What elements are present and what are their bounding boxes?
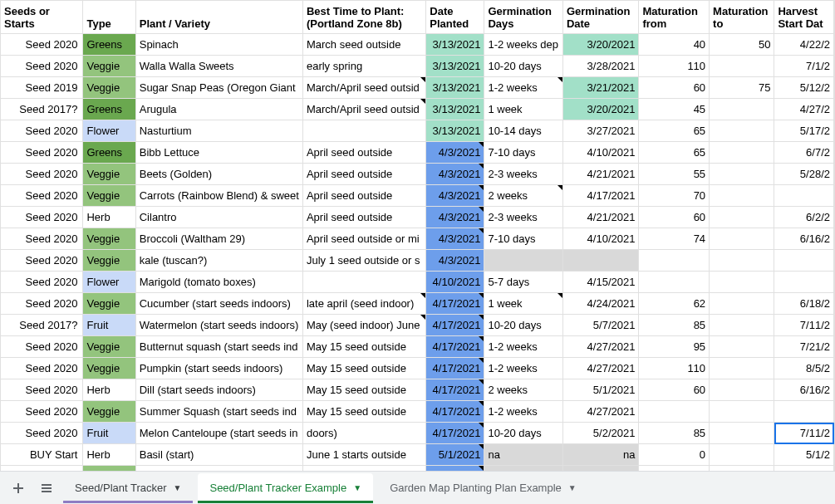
cell-seeds[interactable]: Seed 2017? <box>1 99 83 120</box>
cell-germ-days[interactable]: 1-2 weeks <box>484 401 562 423</box>
cell-mat-to[interactable] <box>710 228 774 250</box>
cell-best-time[interactable]: April seed outside <box>302 185 425 207</box>
cell-best-time[interactable]: April seed outside or mi <box>302 228 425 250</box>
cell-mat-from[interactable]: 85 <box>639 423 710 444</box>
cell-mat-from[interactable]: 95 <box>639 336 710 358</box>
cell-mat-from[interactable]: 110 <box>639 358 710 379</box>
cell-mat-from[interactable]: 40 <box>639 34 710 56</box>
cell-type[interactable]: Greens <box>83 34 135 56</box>
cell-type[interactable]: Herb <box>83 444 135 466</box>
cell-germ-date[interactable]: 4/27/2021 <box>562 401 639 423</box>
cell-seeds[interactable]: Seed 2020 <box>1 56 83 77</box>
cell-best-time[interactable]: May 15 seed outside <box>302 401 425 423</box>
cell-germ-days[interactable]: na <box>484 444 562 466</box>
cell-plant[interactable]: Summer Squash (start seeds ind <box>135 401 302 423</box>
cell-harvest-start[interactable]: 6/18/2 <box>774 293 834 315</box>
cell-seeds[interactable]: Seed 2020 <box>1 34 83 56</box>
cell-seeds[interactable]: Seed 2020 <box>1 228 83 250</box>
cell-germ-date[interactable]: na <box>562 444 639 466</box>
cell-harvest-start[interactable] <box>774 272 834 293</box>
cell-best-time[interactable]: March seed outside <box>302 34 425 56</box>
cell-mat-to[interactable] <box>710 444 774 466</box>
cell-germ-date[interactable]: 4/10/2021 <box>562 228 639 250</box>
cell-germ-days[interactable]: 7-10 days <box>484 228 562 250</box>
cell-seeds[interactable]: Seed 2020 <box>1 336 83 358</box>
cell-germ-date[interactable] <box>562 250 639 272</box>
col-header[interactable]: Plant / Variety <box>135 1 302 34</box>
cell-type[interactable]: Herb <box>83 379 135 401</box>
cell-mat-from[interactable]: 60 <box>639 207 710 228</box>
cell-seeds[interactable]: Seed 2020 <box>1 293 83 315</box>
cell-mat-from[interactable]: 60 <box>639 77 710 99</box>
col-header[interactable]: Best Time to Plant: (Portland Zone 8b) <box>302 1 425 34</box>
cell-best-time[interactable]: late april (seed indoor) <box>302 293 425 315</box>
col-header[interactable]: Germination Days <box>484 1 562 34</box>
cell-mat-from[interactable]: 70 <box>639 185 710 207</box>
cell-germ-days[interactable]: 7-10 days <box>484 142 562 164</box>
cell-harvest-start[interactable]: 6/2/2 <box>774 207 834 228</box>
cell-plant[interactable]: Dill (start seeds indoors) <box>135 379 302 401</box>
cell-date-planted[interactable]: 4/3/2021 <box>426 207 484 228</box>
cell-mat-from[interactable]: 60 <box>639 379 710 401</box>
cell-seeds[interactable]: Seed 2020 <box>1 401 83 423</box>
cell-best-time[interactable]: May 15 seed outside <box>302 379 425 401</box>
cell-germ-days[interactable]: 2 weeks <box>484 379 562 401</box>
all-sheets-button[interactable] <box>35 477 58 500</box>
cell-best-time[interactable]: March/April seed outsid <box>302 77 425 99</box>
cell-plant[interactable]: Sugar Snap Peas (Oregon Giant <box>135 77 302 99</box>
cell-mat-to[interactable] <box>710 56 774 77</box>
cell-mat-from[interactable]: 85 <box>639 315 710 336</box>
cell-germ-days[interactable]: 1-2 weeks <box>484 77 562 99</box>
cell-best-time[interactable]: April seed outside <box>302 207 425 228</box>
cell-germ-days[interactable]: 2-3 weeks <box>484 207 562 228</box>
col-header[interactable]: Harvest Start Dat <box>774 1 834 34</box>
cell-seeds[interactable]: Seed 2020 <box>1 272 83 293</box>
cell-mat-to[interactable] <box>710 379 774 401</box>
cell-best-time[interactable]: June 1 starts outside <box>302 444 425 466</box>
cell-plant[interactable]: Cilantro <box>135 207 302 228</box>
cell-mat-to[interactable] <box>710 423 774 444</box>
cell-seeds[interactable]: Seed 2020 <box>1 358 83 379</box>
cell-germ-days[interactable]: 1-2 weeks dep <box>484 34 562 56</box>
cell-germ-date[interactable]: 3/27/2021 <box>562 120 639 142</box>
cell-germ-date[interactable]: 5/1/2021 <box>562 379 639 401</box>
cell-harvest-start[interactable]: 4/27/2 <box>774 99 834 120</box>
tab-garden-map-planting-plan-example[interactable]: Garden Map Planting Plan Example▼ <box>378 473 588 503</box>
cell-mat-to[interactable] <box>710 401 774 423</box>
cell-best-time[interactable] <box>302 120 425 142</box>
cell-seeds[interactable]: Seed 2019 <box>1 77 83 99</box>
cell-type[interactable]: Veggie <box>83 164 135 185</box>
cell-type[interactable]: Veggie <box>83 358 135 379</box>
tab-seed-plant-tracker[interactable]: Seed/Plant Tracker▼ <box>63 473 193 503</box>
cell-plant[interactable]: kale (tuscan?) <box>135 250 302 272</box>
cell-type[interactable]: Fruit <box>83 423 135 444</box>
cell-best-time[interactable]: July 1 seed outside or s <box>302 250 425 272</box>
cell-mat-to[interactable] <box>710 272 774 293</box>
cell-germ-days[interactable] <box>484 250 562 272</box>
cell-mat-to[interactable] <box>710 293 774 315</box>
cell-mat-from[interactable] <box>639 250 710 272</box>
cell-mat-to[interactable]: 75 <box>710 77 774 99</box>
cell-best-time[interactable]: doors) <box>302 423 425 444</box>
cell-mat-from[interactable] <box>639 272 710 293</box>
cell-date-planted[interactable]: 4/17/2021 <box>426 401 484 423</box>
cell-harvest-start[interactable]: 5/12/2 <box>774 77 834 99</box>
cell-plant[interactable]: Nasturtium <box>135 120 302 142</box>
col-header[interactable]: Germination Date <box>562 1 639 34</box>
cell-mat-from[interactable]: 65 <box>639 120 710 142</box>
cell-date-planted[interactable]: 5/1/2021 <box>426 444 484 466</box>
cell-date-planted[interactable]: 4/17/2021 <box>426 336 484 358</box>
cell-harvest-start[interactable]: 4/22/2 <box>774 34 834 56</box>
col-header[interactable]: Type <box>83 1 135 34</box>
cell-harvest-start[interactable] <box>774 250 834 272</box>
cell-harvest-start[interactable]: 7/11/2 <box>774 315 834 336</box>
cell-plant[interactable]: Marigold (tomato boxes) <box>135 272 302 293</box>
cell-date-planted[interactable]: 4/17/2021 <box>426 423 484 444</box>
cell-plant[interactable]: Arugula <box>135 99 302 120</box>
cell-plant[interactable]: Broccoli (Waltham 29) <box>135 228 302 250</box>
cell-mat-to[interactable] <box>710 250 774 272</box>
cell-best-time[interactable]: March/April seed outsid <box>302 99 425 120</box>
cell-plant[interactable]: Carrots (Rainbow Blend) & sweet <box>135 185 302 207</box>
cell-plant[interactable]: Beets (Golden) <box>135 164 302 185</box>
cell-mat-to[interactable] <box>710 142 774 164</box>
